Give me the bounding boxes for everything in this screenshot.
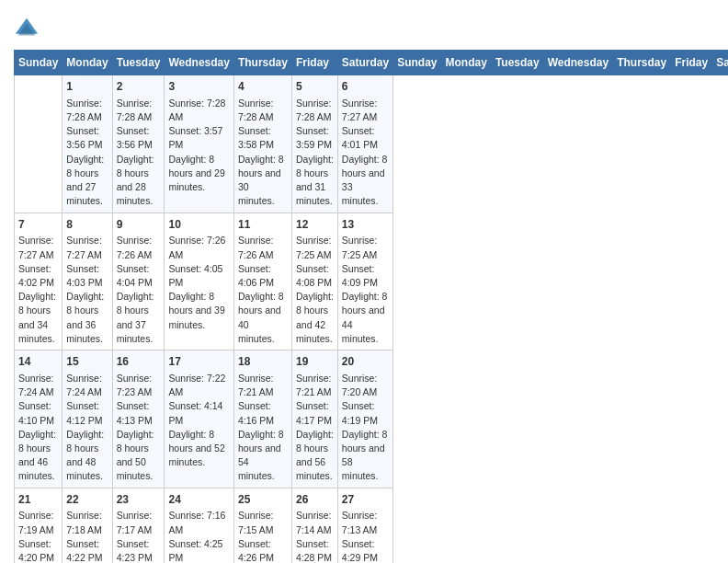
weekday-header: Tuesday	[491, 51, 543, 75]
calendar-cell: 10Sunrise: 7:26 AMSunset: 4:05 PMDayligh…	[165, 213, 233, 350]
calendar-cell	[15, 75, 63, 213]
day-of-week-header: Monday	[63, 51, 112, 75]
day-of-week-header: Saturday	[337, 51, 392, 75]
cell-day-number: 20	[342, 354, 389, 370]
calendar-cell: 26Sunrise: 7:14 AMSunset: 4:28 PMDayligh…	[291, 488, 337, 563]
cell-sun-info: Sunrise: 7:26 AMSunset: 4:06 PMDaylight:…	[238, 234, 288, 346]
calendar-cell: 18Sunrise: 7:21 AMSunset: 4:16 PMDayligh…	[233, 350, 291, 488]
cell-day-number: 22	[66, 492, 108, 508]
cell-sun-info: Sunrise: 7:27 AMSunset: 4:02 PMDaylight:…	[18, 234, 58, 346]
cell-sun-info: Sunrise: 7:28 AMSunset: 3:58 PMDaylight:…	[238, 97, 288, 209]
cell-day-number: 5	[296, 79, 334, 95]
cell-day-number: 17	[168, 354, 229, 370]
calendar-header-row: SundayMondayTuesdayWednesdayThursdayFrid…	[15, 51, 729, 75]
day-of-week-header: Thursday	[233, 51, 291, 75]
cell-sun-info: Sunrise: 7:14 AMSunset: 4:28 PMDaylight:…	[296, 509, 334, 563]
cell-sun-info: Sunrise: 7:19 AMSunset: 4:20 PMDaylight:…	[18, 509, 58, 563]
cell-sun-info: Sunrise: 7:28 AMSunset: 3:57 PMDaylight:…	[168, 97, 229, 195]
cell-day-number: 7	[18, 217, 58, 233]
cell-day-number: 10	[168, 217, 229, 233]
cell-day-number: 16	[117, 354, 161, 370]
cell-day-number: 12	[296, 217, 334, 233]
calendar-cell: 27Sunrise: 7:13 AMSunset: 4:29 PMDayligh…	[337, 488, 392, 563]
cell-sun-info: Sunrise: 7:23 AMSunset: 4:13 PMDaylight:…	[117, 372, 161, 484]
calendar-cell: 21Sunrise: 7:19 AMSunset: 4:20 PMDayligh…	[15, 488, 63, 563]
calendar-cell: 9Sunrise: 7:26 AMSunset: 4:04 PMDaylight…	[112, 213, 165, 350]
calendar-cell: 22Sunrise: 7:18 AMSunset: 4:22 PMDayligh…	[63, 488, 112, 563]
calendar-cell: 12Sunrise: 7:25 AMSunset: 4:08 PMDayligh…	[291, 213, 337, 350]
cell-day-number: 18	[238, 354, 288, 370]
weekday-header: Wednesday	[543, 51, 612, 75]
cell-sun-info: Sunrise: 7:21 AMSunset: 4:16 PMDaylight:…	[238, 372, 288, 484]
cell-sun-info: Sunrise: 7:26 AMSunset: 4:04 PMDaylight:…	[117, 234, 161, 346]
weekday-header: Monday	[441, 51, 491, 75]
cell-sun-info: Sunrise: 7:28 AMSunset: 3:59 PMDaylight:…	[296, 97, 334, 209]
calendar-week-row: 14Sunrise: 7:24 AMSunset: 4:10 PMDayligh…	[15, 350, 729, 488]
cell-sun-info: Sunrise: 7:28 AMSunset: 3:56 PMDaylight:…	[66, 97, 108, 209]
cell-day-number: 1	[66, 79, 108, 95]
header	[14, 9, 714, 42]
cell-sun-info: Sunrise: 7:24 AMSunset: 4:10 PMDaylight:…	[18, 372, 58, 484]
cell-sun-info: Sunrise: 7:17 AMSunset: 4:23 PMDaylight:…	[117, 509, 161, 563]
calendar-cell: 20Sunrise: 7:20 AMSunset: 4:19 PMDayligh…	[337, 350, 392, 488]
cell-day-number: 4	[238, 79, 288, 95]
calendar-cell: 6Sunrise: 7:27 AMSunset: 4:01 PMDaylight…	[337, 75, 392, 213]
cell-day-number: 9	[117, 217, 161, 233]
calendar-cell: 17Sunrise: 7:22 AMSunset: 4:14 PMDayligh…	[165, 350, 233, 488]
logo	[14, 17, 41, 42]
cell-day-number: 13	[342, 217, 389, 233]
cell-day-number: 24	[168, 492, 229, 508]
calendar-cell: 3Sunrise: 7:28 AMSunset: 3:57 PMDaylight…	[165, 75, 233, 213]
calendar-cell: 5Sunrise: 7:28 AMSunset: 3:59 PMDaylight…	[291, 75, 337, 213]
cell-sun-info: Sunrise: 7:15 AMSunset: 4:26 PMDaylight:…	[238, 509, 288, 563]
calendar-table: SundayMondayTuesdayWednesdayThursdayFrid…	[14, 50, 728, 563]
cell-sun-info: Sunrise: 7:13 AMSunset: 4:29 PMDaylight:…	[342, 509, 389, 563]
calendar-cell: 13Sunrise: 7:25 AMSunset: 4:09 PMDayligh…	[337, 213, 392, 350]
calendar-cell: 25Sunrise: 7:15 AMSunset: 4:26 PMDayligh…	[233, 488, 291, 563]
cell-sun-info: Sunrise: 7:26 AMSunset: 4:05 PMDaylight:…	[168, 234, 229, 332]
calendar-cell: 7Sunrise: 7:27 AMSunset: 4:02 PMDaylight…	[15, 213, 63, 350]
cell-sun-info: Sunrise: 7:28 AMSunset: 3:56 PMDaylight:…	[117, 97, 161, 209]
cell-sun-info: Sunrise: 7:18 AMSunset: 4:22 PMDaylight:…	[66, 509, 108, 563]
cell-day-number: 8	[66, 217, 108, 233]
calendar-week-row: 7Sunrise: 7:27 AMSunset: 4:02 PMDaylight…	[15, 213, 729, 350]
cell-sun-info: Sunrise: 7:21 AMSunset: 4:17 PMDaylight:…	[296, 372, 334, 484]
cell-sun-info: Sunrise: 7:27 AMSunset: 4:03 PMDaylight:…	[66, 234, 108, 346]
cell-day-number: 21	[18, 492, 58, 508]
calendar-cell: 23Sunrise: 7:17 AMSunset: 4:23 PMDayligh…	[112, 488, 165, 563]
cell-day-number: 15	[66, 354, 108, 370]
cell-day-number: 6	[342, 79, 389, 95]
calendar-cell: 16Sunrise: 7:23 AMSunset: 4:13 PMDayligh…	[112, 350, 165, 488]
calendar-cell: 19Sunrise: 7:21 AMSunset: 4:17 PMDayligh…	[291, 350, 337, 488]
cell-sun-info: Sunrise: 7:16 AMSunset: 4:25 PMDaylight:…	[168, 509, 229, 563]
cell-day-number: 3	[168, 79, 229, 95]
cell-day-number: 26	[296, 492, 334, 508]
calendar-cell: 11Sunrise: 7:26 AMSunset: 4:06 PMDayligh…	[233, 213, 291, 350]
day-of-week-header: Friday	[291, 51, 337, 75]
weekday-header: Saturday	[712, 51, 728, 75]
weekday-header: Friday	[671, 51, 712, 75]
day-of-week-header: Wednesday	[165, 51, 233, 75]
day-of-week-header: Sunday	[15, 51, 63, 75]
cell-sun-info: Sunrise: 7:25 AMSunset: 4:08 PMDaylight:…	[296, 234, 334, 346]
cell-day-number: 2	[117, 79, 161, 95]
cell-sun-info: Sunrise: 7:22 AMSunset: 4:14 PMDaylight:…	[168, 372, 229, 470]
cell-day-number: 23	[117, 492, 161, 508]
calendar-cell: 14Sunrise: 7:24 AMSunset: 4:10 PMDayligh…	[15, 350, 63, 488]
cell-sun-info: Sunrise: 7:25 AMSunset: 4:09 PMDaylight:…	[342, 234, 389, 346]
cell-day-number: 25	[238, 492, 288, 508]
calendar-week-row: 1Sunrise: 7:28 AMSunset: 3:56 PMDaylight…	[15, 75, 729, 213]
calendar-cell: 24Sunrise: 7:16 AMSunset: 4:25 PMDayligh…	[165, 488, 233, 563]
weekday-header: Sunday	[393, 51, 441, 75]
calendar-cell: 4Sunrise: 7:28 AMSunset: 3:58 PMDaylight…	[233, 75, 291, 213]
cell-day-number: 27	[342, 492, 389, 508]
cell-day-number: 14	[18, 354, 58, 370]
calendar-cell: 1Sunrise: 7:28 AMSunset: 3:56 PMDaylight…	[63, 75, 112, 213]
day-of-week-header: Tuesday	[112, 51, 165, 75]
cell-day-number: 11	[238, 217, 288, 233]
cell-sun-info: Sunrise: 7:27 AMSunset: 4:01 PMDaylight:…	[342, 97, 389, 209]
cell-sun-info: Sunrise: 7:24 AMSunset: 4:12 PMDaylight:…	[66, 372, 108, 484]
calendar-cell: 2Sunrise: 7:28 AMSunset: 3:56 PMDaylight…	[112, 75, 165, 213]
cell-sun-info: Sunrise: 7:20 AMSunset: 4:19 PMDaylight:…	[342, 372, 389, 484]
weekday-header: Thursday	[613, 51, 671, 75]
